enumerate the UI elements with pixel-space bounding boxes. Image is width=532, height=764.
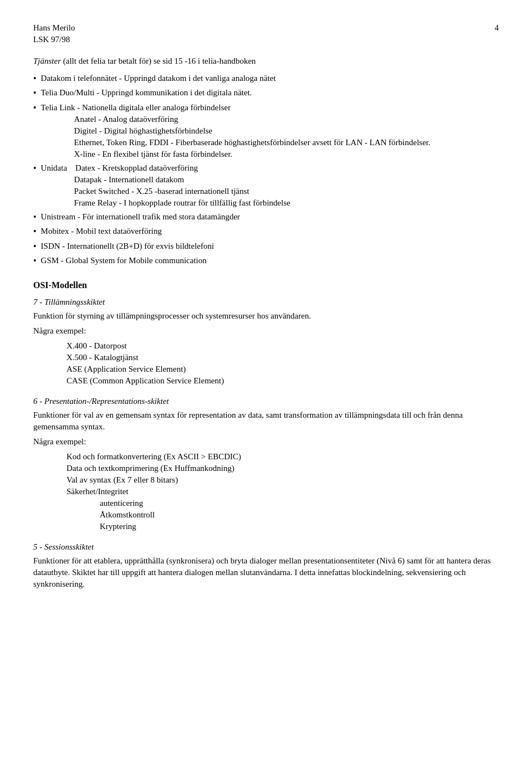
layer7-examples: X.400 - Datorpost X.500 - Katalogtjänst … [66,340,499,387]
layer6-example-1: Data och textkomprimering (Ex Huffmankod… [66,463,499,474]
layer6-heading: 6 - Presentation-/Representations-skikte… [33,396,499,407]
layer6-example-2: Val av syntax (Ex 7 eller 8 bitars) [66,474,499,486]
layer5-description1: Funktioner för att etablera, upprätthåll… [33,555,499,590]
telia-link-sub-items: Anatel - Analog dataöverföring Digitel -… [74,114,499,160]
bullet-text-telia-duo: Telia Duo/Multi - Uppringd kommunikation… [41,87,499,99]
page-header: Hans Merilo LSK 97/98 4 [33,22,499,45]
bullet-dot-isdn: • [33,240,37,253]
layer7-example-0: X.400 - Datorpost [66,340,499,352]
bullet-dot-unidata: • [33,162,37,175]
telia-link-sub-3: X-line - En flexibel tjänst för fasta fö… [74,148,499,160]
bullet-unidata: • Unidata Datex - Kretskopplad dataöverf… [33,162,499,209]
bullet-text-isdn: ISDN - Internationellt (2B+D) för exvis … [41,240,499,252]
layer7-description: Funktion för styrning av tillämpningspro… [33,310,499,322]
bullet-text-unistream: Unistream - För internationell trafik me… [41,211,499,223]
unidata-sub-items: Datapak - Internationell datakom Packet … [74,174,499,209]
bullet-gsm: • GSM - Global System for Mobile communi… [33,255,499,267]
telia-link-sub-2: Ethernet, Token Ring, FDDI - Fiberbasera… [74,137,499,148]
bullet-telia-duo: • Telia Duo/Multi - Uppringd kommunikati… [33,87,499,99]
bullet-text-mobitex: Mobitex - Mobil text dataöverföring [41,225,499,237]
layer6-example-3: Säkerhet/Integritet [66,486,499,498]
layer7-example-3: CASE (Common Application Service Element… [66,375,499,387]
bullet-dot-datakom: • [33,73,37,85]
bullet-dot-telia-duo: • [33,87,37,99]
bullet-text-telia-link: Telia Link - Nationella digitala eller a… [41,102,499,160]
layer6-nagra-exempel: Några exempel: [33,436,499,448]
tjanster-italic: Tjänster [33,57,61,65]
layer5-heading: 5 - Sessionsskiktet [33,541,499,553]
bullet-datakom: • Datakom i telefonnätet - Uppringd data… [33,73,499,85]
layer6-section: 6 - Presentation-/Representations-skikte… [33,396,499,532]
layer6-sub-0: autenticering [100,498,499,509]
unidata-sub-1: Packet Switched - X.25 -baserad internat… [74,186,499,197]
intro-paragraph: Tjänster (allt det felia tar betalt för)… [33,55,499,67]
layer7-example-2: ASE (Application Service Element) [66,363,499,375]
layer6-sub-1: Åtkomstkontroll [100,509,499,521]
layer7-nagra-exempel: Några exempel: [33,325,499,337]
bullet-mobitex: • Mobitex - Mobil text dataöverföring [33,225,499,238]
bullet-unistream: • Unistream - För internationell trafik … [33,211,499,223]
layer6-examples: Kod och formatkonvertering (Ex ASCII > E… [66,451,499,532]
unidata-sub-0: Datapak - Internationell datakom [74,174,499,186]
layer6-sub-examples: autenticering Åtkomstkontroll Kryptering [100,498,499,532]
header-author: Hans Merilo LSK 97/98 [33,22,75,45]
bullet-text-unidata: Unidata Datex - Kretskopplad dataöverför… [41,162,499,209]
telia-link-sub-1: Digitel - Digital höghastighetsförbindel… [74,125,499,137]
layer7-heading: 7 - Tillämningsskiktet [33,296,499,308]
telia-link-sub-0: Anatel - Analog dataöverföring [74,114,499,125]
bullet-isdn: • ISDN - Internationellt (2B+D) för exvi… [33,240,499,253]
bullet-text-datakom: Datakom i telefonnätet - Uppringd datako… [41,73,499,84]
header-page-number: 4 [495,22,499,45]
osi-modellen-heading: OSI-Modellen [33,279,499,291]
layer6-sub-2: Kryptering [100,521,499,532]
bullet-dot-mobitex: • [33,225,37,238]
layer6-description: Funktioner för val av en gemensam syntax… [33,409,499,433]
bullet-dot-telia-link: • [33,102,37,114]
bullet-dot-gsm: • [33,255,37,267]
unidata-label: Unidata [41,163,67,172]
bullet-telia-link: • Telia Link - Nationella digitala eller… [33,102,499,160]
bullet-dot-unistream: • [33,211,37,223]
layer7-example-1: X.500 - Katalogtjänst [66,352,499,363]
unidata-sub-2: Frame Relay - I hopkopplade routrar för … [74,197,499,209]
layer7-section: 7 - Tillämningsskiktet Funktion för styr… [33,296,499,387]
layer6-example-0: Kod och formatkonvertering (Ex ASCII > E… [66,451,499,463]
layer5-section: 5 - Sessionsskiktet Funktioner för att e… [33,541,499,590]
bullet-text-gsm: GSM - Global System for Mobile communica… [41,255,499,266]
